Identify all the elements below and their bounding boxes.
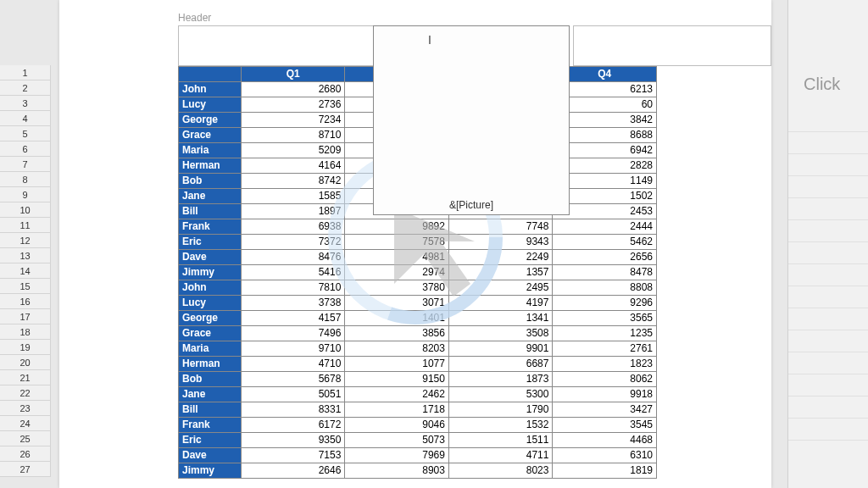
data-cell[interactable]: 7969	[345, 448, 449, 463]
header-left-box[interactable]	[178, 25, 376, 66]
row-number[interactable]: 16	[0, 294, 51, 309]
data-cell[interactable]: 5300	[448, 387, 553, 402]
row-name-cell[interactable]: John	[179, 280, 242, 296]
row-number[interactable]: 14	[0, 263, 51, 279]
data-cell[interactable]: 8742	[241, 174, 345, 189]
data-cell[interactable]: 2761	[553, 341, 657, 357]
row-name-cell[interactable]: Bill	[179, 402, 242, 418]
data-cell[interactable]: 7372	[241, 235, 345, 250]
row-number[interactable]: 10	[0, 202, 51, 218]
data-cell[interactable]: 3856	[345, 326, 449, 341]
row-name-cell[interactable]: Eric	[179, 433, 242, 448]
data-cell[interactable]: 8903	[345, 463, 449, 479]
data-cell[interactable]: 2646	[241, 463, 345, 479]
row-number[interactable]: 17	[0, 309, 51, 324]
data-cell[interactable]: 9150	[345, 372, 449, 387]
row-number[interactable]: 1	[0, 65, 51, 80]
data-cell[interactable]: 1585	[241, 189, 345, 204]
data-cell[interactable]: 9892	[345, 219, 449, 235]
row-name-cell[interactable]: Grace	[179, 326, 242, 341]
data-cell[interactable]: 8331	[241, 402, 345, 418]
data-cell[interactable]: 1532	[448, 418, 553, 433]
table-row[interactable]: Jane5051246253009918	[179, 387, 657, 402]
row-number[interactable]: 5	[0, 126, 51, 141]
data-cell[interactable]: 5416	[241, 265, 345, 280]
row-number[interactable]: 24	[0, 416, 51, 431]
data-cell[interactable]: 4164	[241, 158, 345, 174]
data-cell[interactable]: 1511	[448, 433, 553, 448]
data-cell[interactable]: 5051	[241, 387, 345, 402]
row-name-cell[interactable]: Dave	[179, 250, 242, 265]
header-right-box[interactable]	[573, 25, 771, 66]
column-header[interactable]: Q1	[241, 67, 345, 82]
column-header[interactable]	[179, 67, 242, 82]
data-cell[interactable]: 7578	[345, 235, 449, 250]
data-cell[interactable]: 2974	[345, 265, 449, 280]
data-cell[interactable]: 4981	[345, 250, 449, 265]
data-cell[interactable]: 9901	[448, 341, 553, 357]
row-number[interactable]: 6	[0, 141, 51, 157]
data-cell[interactable]: 8476	[241, 250, 345, 265]
row-name-cell[interactable]: Jane	[179, 189, 242, 204]
row-number[interactable]: 3	[0, 96, 51, 111]
row-number[interactable]: 25	[0, 431, 51, 446]
row-name-cell[interactable]: Herman	[179, 357, 242, 372]
data-cell[interactable]: 2680	[241, 82, 345, 97]
row-name-cell[interactable]: Jimmy	[179, 463, 242, 479]
data-cell[interactable]: 1357	[448, 265, 553, 280]
data-cell[interactable]: 6310	[553, 448, 657, 463]
data-cell[interactable]: 1401	[345, 311, 449, 326]
row-number[interactable]: 20	[0, 355, 51, 370]
row-number[interactable]: 2	[0, 80, 51, 96]
data-cell[interactable]: 2249	[448, 250, 553, 265]
row-number[interactable]: 7	[0, 157, 51, 172]
row-name-cell[interactable]: Bill	[179, 204, 242, 219]
row-name-cell[interactable]: Jimmy	[179, 265, 242, 280]
header-center-box[interactable]: I &[Picture]	[373, 25, 570, 215]
row-number[interactable]: 18	[0, 324, 51, 340]
row-name-cell[interactable]: Grace	[179, 128, 242, 143]
row-name-cell[interactable]: Frank	[179, 219, 242, 235]
table-row[interactable]: Eric7372757893435462	[179, 235, 657, 250]
row-name-cell[interactable]: Lucy	[179, 97, 242, 113]
table-row[interactable]: John7810378024958808	[179, 280, 657, 296]
row-name-cell[interactable]: Bob	[179, 174, 242, 189]
row-name-cell[interactable]: Eric	[179, 235, 242, 250]
table-row[interactable]: George4157140113413565	[179, 311, 657, 326]
data-cell[interactable]: 1077	[345, 357, 449, 372]
data-cell[interactable]: 8478	[553, 265, 657, 280]
row-number[interactable]: 26	[0, 446, 51, 462]
table-row[interactable]: Eric9350507315114468	[179, 433, 657, 448]
data-cell[interactable]: 2462	[345, 387, 449, 402]
data-cell[interactable]: 1897	[241, 204, 345, 219]
table-row[interactable]: Dave7153796947116310	[179, 448, 657, 463]
data-cell[interactable]: 8203	[345, 341, 449, 357]
row-number[interactable]: 21	[0, 370, 51, 385]
data-cell[interactable]: 1341	[448, 311, 553, 326]
row-name-cell[interactable]: Jane	[179, 387, 242, 402]
row-number[interactable]: 4	[0, 111, 51, 126]
data-cell[interactable]: 7234	[241, 113, 345, 128]
row-number[interactable]: 11	[0, 218, 51, 233]
row-number[interactable]: 13	[0, 248, 51, 263]
data-cell[interactable]: 8062	[553, 372, 657, 387]
data-cell[interactable]: 3427	[553, 402, 657, 418]
data-cell[interactable]: 2736	[241, 97, 345, 113]
data-cell[interactable]: 8710	[241, 128, 345, 143]
data-cell[interactable]: 9343	[448, 235, 553, 250]
table-row[interactable]: Jimmy5416297413578478	[179, 265, 657, 280]
row-name-cell[interactable]: Maria	[179, 143, 242, 158]
table-row[interactable]: Frank6938989277482444	[179, 219, 657, 235]
row-number[interactable]: 12	[0, 233, 51, 248]
row-number[interactable]: 22	[0, 385, 51, 401]
table-row[interactable]: Herman4710107766871823	[179, 357, 657, 372]
data-cell[interactable]: 3780	[345, 280, 449, 296]
table-row[interactable]: Maria9710820399012761	[179, 341, 657, 357]
data-cell[interactable]: 3545	[553, 418, 657, 433]
data-cell[interactable]: 7810	[241, 280, 345, 296]
data-cell[interactable]: 6687	[448, 357, 553, 372]
table-row[interactable]: Dave8476498122492656	[179, 250, 657, 265]
row-name-cell[interactable]: Lucy	[179, 296, 242, 311]
data-cell[interactable]: 3071	[345, 296, 449, 311]
data-cell[interactable]: 4197	[448, 296, 553, 311]
